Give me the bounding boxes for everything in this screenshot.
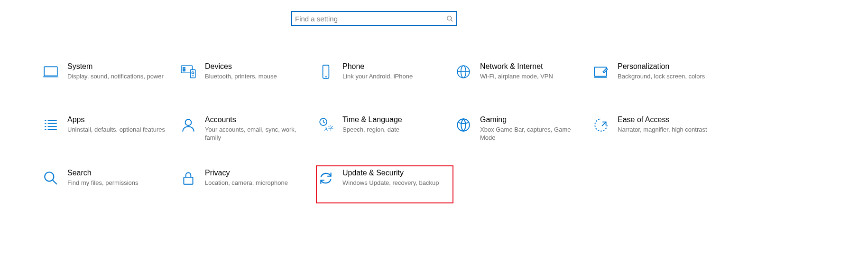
system-icon — [42, 63, 60, 81]
phone-icon — [317, 63, 335, 81]
tile-accounts[interactable]: Accounts Your accounts, email, sync, wor… — [178, 112, 316, 150]
tile-devices[interactable]: Devices Bluetooth, printers, mouse — [178, 59, 316, 97]
tile-subtitle: Narrator, magnifier, high contrast — [618, 125, 707, 134]
tile-title: Time & Language — [342, 115, 402, 125]
svg-text:字: 字 — [328, 125, 333, 131]
tile-title: Personalization — [618, 62, 705, 71]
svg-point-8 — [185, 69, 185, 70]
tile-subtitle: Link your Android, iPhone — [342, 72, 413, 80]
tile-subtitle: Background, lock screen, colors — [618, 72, 705, 80]
tile-subtitle: Location, camera, microphone — [205, 179, 288, 187]
update-icon — [317, 169, 335, 187]
settings-grid: System Display, sound, notifications, po… — [41, 59, 733, 203]
svg-point-35 — [457, 119, 470, 131]
svg-point-5 — [183, 67, 184, 68]
svg-point-29 — [185, 119, 192, 125]
tile-gaming[interactable]: Gaming Xbox Game Bar, captures, Game Mod… — [453, 112, 591, 150]
tile-subtitle: Your accounts, email, sync, work, family — [205, 125, 305, 142]
globe-icon — [454, 63, 472, 81]
search-category-icon — [42, 169, 60, 187]
svg-point-0 — [447, 16, 452, 20]
tile-ease-of-access[interactable]: Ease of Access Narrator, magnifier, high… — [591, 112, 729, 150]
svg-point-6 — [185, 67, 185, 68]
tile-personalization[interactable]: Personalization Background, lock screen,… — [591, 59, 729, 97]
apps-icon — [42, 116, 60, 134]
tile-update-security[interactable]: Update & Security Windows Update, recove… — [316, 165, 453, 203]
settings-search[interactable] — [291, 11, 457, 26]
tile-title: Phone — [342, 62, 413, 71]
search-icon — [443, 12, 456, 25]
svg-point-37 — [45, 172, 54, 181]
tile-title: Ease of Access — [618, 115, 707, 125]
svg-point-10 — [185, 70, 185, 71]
tile-subtitle: Display, sound, notifications, power — [67, 72, 164, 80]
svg-point-7 — [183, 69, 184, 70]
tile-subtitle: Xbox Game Bar, captures, Game Mode — [480, 125, 580, 142]
ease-of-access-icon — [592, 116, 610, 134]
tile-search[interactable]: Search Find my files, permissions — [41, 165, 178, 203]
tile-subtitle: Speech, region, date — [342, 125, 402, 134]
tile-title: Update & Security — [342, 168, 439, 178]
lock-icon — [179, 169, 197, 187]
svg-line-36 — [602, 122, 606, 126]
tile-privacy[interactable]: Privacy Location, camera, microphone — [178, 165, 316, 203]
svg-rect-2 — [44, 67, 57, 76]
svg-line-1 — [451, 20, 453, 22]
tile-title: Gaming — [480, 115, 580, 125]
tile-subtitle: Bluetooth, printers, mouse — [205, 72, 277, 80]
tile-subtitle: Find my files, permissions — [67, 179, 139, 187]
tile-subtitle: Windows Update, recovery, backup — [342, 179, 439, 187]
tile-title: System — [67, 62, 164, 71]
tile-apps[interactable]: Apps Uninstall, defaults, optional featu… — [41, 112, 178, 150]
tile-subtitle: Wi-Fi, airplane mode, VPN — [480, 72, 553, 80]
svg-text:A: A — [324, 126, 329, 133]
svg-line-38 — [53, 180, 57, 184]
tile-title: Privacy — [205, 168, 288, 178]
tile-phone[interactable]: Phone Link your Android, iPhone — [316, 59, 453, 97]
personalization-icon — [592, 63, 610, 81]
tile-title: Accounts — [205, 115, 305, 125]
svg-rect-14 — [323, 65, 329, 78]
accounts-icon — [179, 116, 197, 134]
search-input[interactable] — [292, 12, 443, 25]
tile-time-language[interactable]: A 字 Time & Language Speech, region, date — [316, 112, 453, 150]
tile-title: Devices — [205, 62, 277, 71]
tile-title: Network & Internet — [480, 62, 553, 71]
tile-system[interactable]: System Display, sound, notifications, po… — [41, 59, 178, 97]
svg-line-32 — [323, 122, 325, 123]
gaming-icon — [454, 116, 472, 134]
svg-point-9 — [183, 70, 184, 71]
tile-subtitle: Uninstall, defaults, optional features — [67, 125, 165, 134]
devices-icon — [179, 63, 197, 81]
tile-title: Search — [67, 168, 139, 178]
tile-network[interactable]: Network & Internet Wi-Fi, airplane mode,… — [453, 59, 591, 97]
tile-title: Apps — [67, 115, 165, 125]
time-language-icon: A 字 — [317, 116, 335, 134]
svg-rect-39 — [184, 177, 193, 184]
